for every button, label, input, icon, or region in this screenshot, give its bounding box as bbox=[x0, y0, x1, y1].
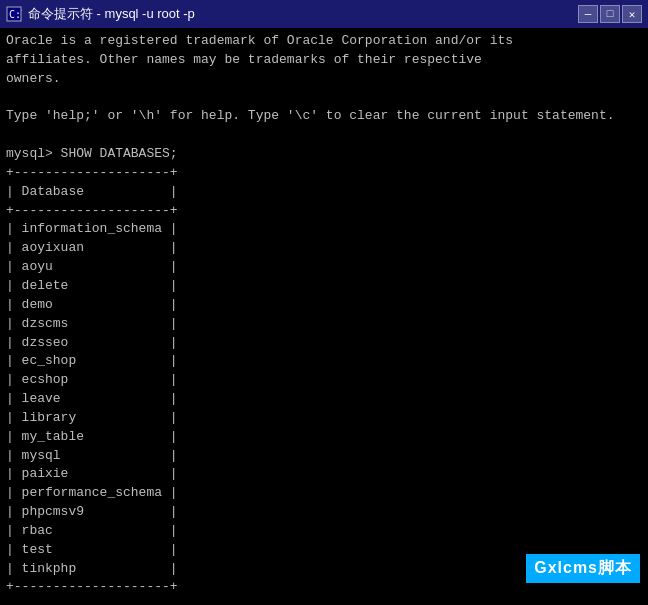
table-row: | ecshop | bbox=[6, 371, 642, 390]
close-button[interactable]: ✕ bbox=[622, 5, 642, 23]
table-row: | paixie | bbox=[6, 465, 642, 484]
minimize-button[interactable]: — bbox=[578, 5, 598, 23]
table-row: | rbac | bbox=[6, 522, 642, 541]
table-row: | library | bbox=[6, 409, 642, 428]
output-line-3: owners. bbox=[6, 70, 642, 89]
table-row: | phpcmsv9 | bbox=[6, 503, 642, 522]
maximize-button[interactable]: □ bbox=[600, 5, 620, 23]
table-row: | dzscms | bbox=[6, 315, 642, 334]
table-row: | information_schema | bbox=[6, 220, 642, 239]
svg-text:C:\: C:\ bbox=[9, 9, 22, 20]
table-row: | demo | bbox=[6, 296, 642, 315]
output-line-blank2 bbox=[6, 126, 642, 145]
output-line-2: affiliates. Other names may be trademark… bbox=[6, 51, 642, 70]
table-header: | Database | bbox=[6, 183, 642, 202]
table-rows: | information_schema || aoyixuan || aoyu… bbox=[6, 220, 642, 578]
table-row: | ec_shop | bbox=[6, 352, 642, 371]
table-row: | dzsseo | bbox=[6, 334, 642, 353]
output-line-1: Oracle is a registered trademark of Orac… bbox=[6, 32, 642, 51]
titlebar-title: 命令提示符 - mysql -u root -p bbox=[28, 5, 572, 23]
row-count bbox=[6, 597, 642, 605]
table-row: | my_table | bbox=[6, 428, 642, 447]
output-line-4: Type 'help;' or '\h' for help. Type '\c'… bbox=[6, 107, 642, 126]
table-row: | leave | bbox=[6, 390, 642, 409]
terminal: Oracle is a registered trademark of Orac… bbox=[0, 28, 648, 605]
table-row: | delete | bbox=[6, 277, 642, 296]
table-row: | mysql | bbox=[6, 447, 642, 466]
watermark: Gxlcms脚本 bbox=[526, 554, 640, 583]
titlebar-buttons: — □ ✕ bbox=[578, 5, 642, 23]
table-sep: +--------------------+ bbox=[6, 202, 642, 221]
titlebar: C:\ 命令提示符 - mysql -u root -p — □ ✕ bbox=[0, 0, 648, 28]
table-top: +--------------------+ bbox=[6, 164, 642, 183]
table-row: | aoyu | bbox=[6, 258, 642, 277]
table-row: | aoyixuan | bbox=[6, 239, 642, 258]
command-line: mysql> SHOW DATABASES; bbox=[6, 145, 642, 164]
output-line-blank1 bbox=[6, 89, 642, 108]
titlebar-icon: C:\ bbox=[6, 6, 22, 22]
table-row: | performance_schema | bbox=[6, 484, 642, 503]
